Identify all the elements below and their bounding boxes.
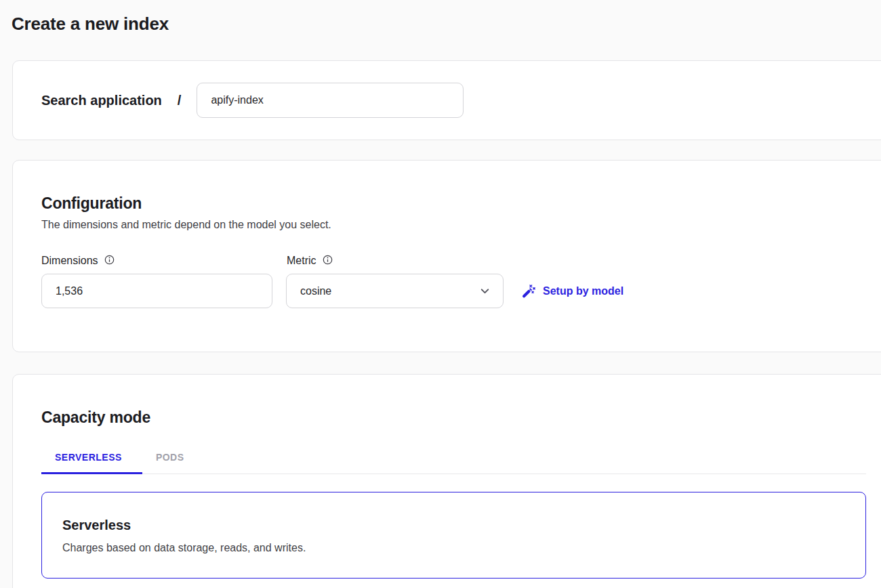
capacity-mode-card: Capacity mode SERVERLESS PODS Serverless… <box>12 374 881 588</box>
name-separator: / <box>178 93 182 108</box>
magic-wand-icon <box>521 284 536 299</box>
setup-by-model-label: Setup by model <box>543 285 623 297</box>
tab-pods[interactable]: PODS <box>142 452 205 474</box>
search-application-label: Search application <box>41 93 162 108</box>
chevron-down-icon <box>479 285 491 297</box>
dimensions-field-group: Dimensions <box>41 254 272 308</box>
dimensions-input[interactable] <box>41 274 272 308</box>
configuration-fields-row: Dimensions Metric <box>41 254 881 308</box>
serverless-option-card[interactable]: Serverless Charges based on data storage… <box>41 492 866 579</box>
metric-field-group: Metric cosine <box>272 254 504 308</box>
configuration-subtitle: The dimensions and metric depend on the … <box>41 217 881 232</box>
metric-select[interactable]: cosine <box>286 274 504 308</box>
tab-serverless[interactable]: SERVERLESS <box>41 452 142 474</box>
index-name-input[interactable] <box>197 83 464 118</box>
setup-by-model-link[interactable]: Setup by model <box>521 284 623 299</box>
index-name-card: Search application / <box>12 60 881 140</box>
dimensions-label: Dimensions <box>41 255 98 267</box>
info-circle-icon[interactable] <box>323 255 333 265</box>
serverless-option-title: Serverless <box>62 517 845 533</box>
metric-selected-value: cosine <box>300 285 331 297</box>
page-title: Create a new index <box>0 0 881 35</box>
configuration-card: Configuration The dimensions and metric … <box>12 160 881 352</box>
serverless-option-description: Charges based on data storage, reads, an… <box>62 541 845 555</box>
configuration-title: Configuration <box>41 193 881 213</box>
info-circle-icon[interactable] <box>104 255 115 265</box>
metric-label: Metric <box>287 255 316 267</box>
capacity-tabs: SERVERLESS PODS <box>41 452 866 474</box>
capacity-mode-title: Capacity mode <box>41 407 881 427</box>
